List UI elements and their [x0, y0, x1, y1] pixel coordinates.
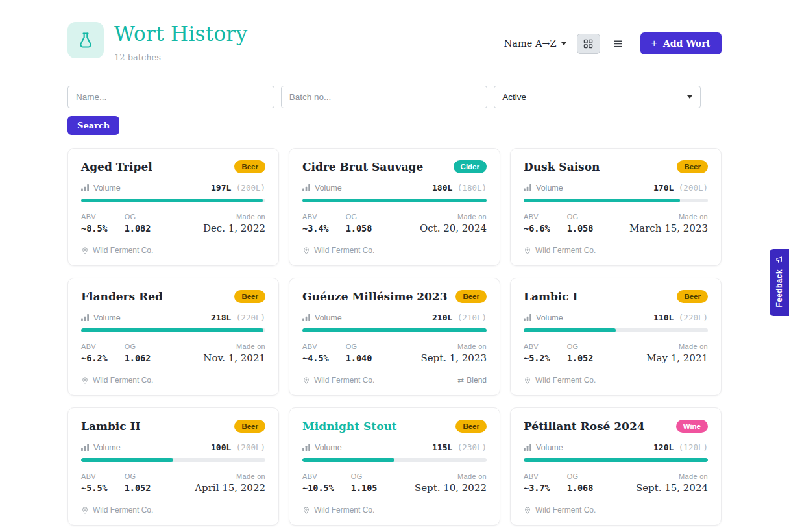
card-header: Guéuze Millésime 2023 Beer: [302, 290, 487, 303]
volume-label: Volume: [93, 184, 121, 193]
volume-progress-fill: [81, 199, 263, 202]
og-label: OG: [346, 213, 372, 221]
volume-right: 110L (220L): [653, 313, 708, 322]
filter-bar: Active: [67, 86, 701, 108]
og-stat: OG 1.052: [125, 472, 151, 494]
abv-label: ABV: [302, 343, 329, 350]
wort-card[interactable]: Guéuze Millésime 2023 Beer Volume 210L (…: [289, 278, 500, 396]
volume-row: Volume 180L (180L): [302, 183, 487, 193]
abv-value: ~3.4%: [302, 223, 329, 234]
volume-left: Volume: [302, 313, 342, 322]
stats-row: ABV ~4.5% OG 1.040 Made on Sept. 1, 2023: [302, 343, 487, 364]
volume-row: Volume 110L (220L): [524, 313, 708, 322]
card-title[interactable]: Lambic II: [81, 420, 140, 433]
made-on-date: Sept. 1, 2023: [420, 352, 487, 364]
style-badge: Beer: [234, 420, 265, 433]
volume-row: Volume 210L (210L): [302, 313, 487, 322]
volume-row: Volume 170L (200L): [524, 183, 708, 193]
status-select[interactable]: Active: [494, 86, 701, 108]
stats-left: ABV ~5.2% OG 1.052: [524, 343, 593, 364]
brewery-name: Wild Ferment Co.: [93, 505, 153, 514]
made-on-date: Dec. 1, 2022: [203, 223, 265, 234]
stats-left: ABV ~10.5% OG 1.105: [302, 472, 377, 494]
volume-progress-fill: [524, 328, 616, 332]
card-title[interactable]: Lambic I: [524, 290, 578, 303]
og-label: OG: [125, 343, 151, 350]
abv-stat: ABV ~3.7%: [524, 472, 550, 494]
plus-icon: +: [651, 38, 657, 49]
made-on-stat: Made on Oct. 20, 2024: [420, 213, 487, 234]
volume-value: 115L: [432, 442, 452, 452]
made-on-label: Made on: [203, 343, 265, 350]
brewery: Wild Ferment Co.: [81, 505, 153, 514]
add-wort-button[interactable]: + Add Wort: [640, 32, 722, 54]
header-controls: Name A→Z: [504, 22, 722, 54]
chevron-down-icon: [561, 42, 566, 45]
abv-stat: ABV ~8.5%: [81, 213, 108, 234]
card-header: Cidre Brut Sauvage Cider: [302, 160, 487, 173]
volume-progress-track: [524, 328, 708, 332]
bar-chart-icon: [81, 184, 90, 191]
brewery: Wild Ferment Co.: [524, 505, 596, 514]
wort-card[interactable]: Flanders Red Beer Volume 218L (220L): [67, 278, 279, 396]
volume-label: Volume: [536, 313, 563, 322]
volume-capacity: (200L): [236, 183, 265, 193]
wort-card[interactable]: Pétillant Rosé 2024 Wine Volume 120L (12…: [510, 407, 722, 526]
made-on-label: Made on: [646, 343, 708, 350]
feedback-tab[interactable]: Feedback: [770, 249, 789, 316]
bar-chart-icon: [524, 444, 532, 451]
card-title[interactable]: Dusk Saison: [524, 160, 600, 173]
card-title[interactable]: Cidre Brut Sauvage: [302, 160, 423, 173]
card-title[interactable]: Pétillant Rosé 2024: [524, 420, 645, 433]
volume-label: Volume: [315, 313, 342, 322]
name-filter-input[interactable]: [67, 86, 274, 108]
card-footer: Wild Ferment Co. ⇄ Blend: [302, 505, 487, 514]
volume-progress-track: [524, 458, 708, 462]
og-stat: OG 1.062: [125, 343, 151, 364]
og-value: 1.058: [346, 223, 372, 234]
volume-progress-track: [81, 458, 265, 462]
card-title[interactable]: Guéuze Millésime 2023: [302, 290, 448, 303]
volume-row: Volume 197L (200L): [81, 183, 265, 193]
volume-right: 210L (210L): [432, 313, 487, 322]
card-title[interactable]: Midnight Stout: [302, 420, 397, 433]
made-on-stat: Made on April 15, 2022: [195, 472, 265, 494]
stats-left: ABV ~6.2% OG 1.062: [81, 343, 151, 364]
og-label: OG: [567, 343, 594, 350]
grid-view-button[interactable]: [577, 34, 600, 54]
stats-left: ABV ~4.5% OG 1.040: [302, 343, 372, 364]
volume-label: Volume: [315, 443, 342, 452]
card-title[interactable]: Flanders Red: [81, 290, 163, 303]
volume-left: Volume: [302, 443, 342, 452]
style-badge: Beer: [677, 160, 708, 173]
style-badge: Beer: [234, 160, 265, 173]
stats-row: ABV ~6.2% OG 1.062 Made on Nov. 1, 2021: [81, 343, 265, 364]
location-pin-icon: [524, 376, 531, 385]
stats-row: ABV ~3.4% OG 1.058 Made on Oct. 20, 2024: [302, 213, 487, 234]
card-title[interactable]: Aged Tripel: [81, 160, 152, 173]
stats-row: ABV ~6.6% OG 1.058 Made on March 15, 202…: [524, 213, 708, 234]
wort-card[interactable]: Midnight Stout Beer Volume 115L (230L): [289, 407, 500, 526]
og-stat: OG 1.040: [346, 343, 372, 364]
stats-left: ABV ~5.5% OG 1.052: [81, 472, 151, 494]
wort-card[interactable]: Aged Tripel Beer Volume 197L (200L): [67, 148, 279, 266]
volume-row: Volume 100L (200L): [81, 442, 265, 452]
volume-progress-fill: [302, 328, 487, 332]
abv-stat: ABV ~6.2%: [81, 343, 108, 364]
made-on-date: April 15, 2022: [195, 482, 265, 494]
batch-filter-input[interactable]: [281, 86, 488, 108]
wort-card[interactable]: Lambic I Beer Volume 110L (220L): [510, 278, 722, 396]
wort-card[interactable]: Cidre Brut Sauvage Cider Volume 180L (18…: [289, 148, 500, 266]
status-select-value: Active: [502, 92, 526, 102]
list-view-button[interactable]: [607, 34, 630, 54]
made-on-stat: Made on Sept. 15, 2024: [636, 472, 708, 494]
search-button[interactable]: Search: [67, 116, 119, 135]
made-on-date: March 15, 2023: [629, 223, 708, 234]
sort-dropdown[interactable]: Name A→Z: [504, 38, 566, 49]
list-icon: [613, 39, 623, 49]
wort-card[interactable]: Dusk Saison Beer Volume 170L (200L): [510, 148, 722, 266]
abv-value: ~3.7%: [524, 483, 550, 493]
wort-card[interactable]: Lambic II Beer Volume 100L (200L): [67, 407, 279, 526]
volume-progress-fill: [302, 458, 394, 462]
og-value: 1.082: [125, 223, 151, 234]
